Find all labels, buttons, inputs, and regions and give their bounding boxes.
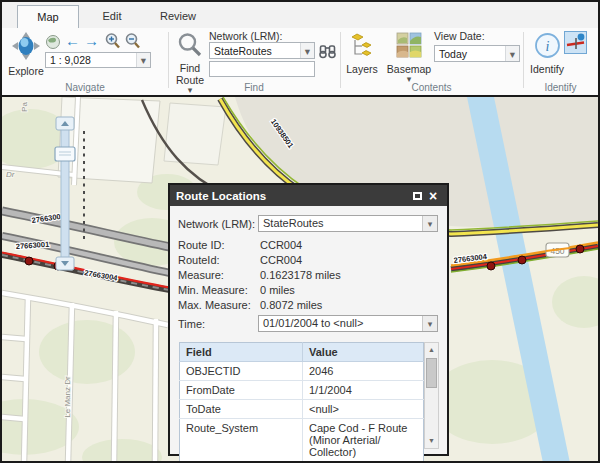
chevron-down-icon[interactable]: ▾ bbox=[505, 46, 519, 61]
column-header-field: Field bbox=[180, 343, 303, 362]
chevron-down-icon[interactable]: ▾ bbox=[422, 216, 437, 231]
field-label: Time: bbox=[178, 318, 205, 330]
group-label-navigate: Navigate bbox=[2, 82, 168, 93]
group-separator bbox=[340, 32, 341, 88]
basemap-tiles-icon bbox=[396, 32, 422, 63]
field-label: Max. Measure: bbox=[178, 299, 251, 311]
identify-route-location-tool-icon[interactable] bbox=[564, 31, 587, 54]
scroll-up-icon[interactable]: ▲ bbox=[425, 343, 438, 357]
tab-edit[interactable]: Edit bbox=[81, 5, 143, 28]
chevron-down-icon[interactable]: ▾ bbox=[300, 43, 314, 58]
ribbon: Explore ← → 1 : 9,028 bbox=[2, 28, 598, 95]
chevron-down-icon[interactable]: ▾ bbox=[136, 53, 150, 67]
view-date-label: View Date: bbox=[434, 30, 485, 42]
road-label: 27663001 bbox=[16, 240, 50, 251]
cell-field: OBJECTID bbox=[180, 362, 303, 381]
cell-field: FromDate bbox=[180, 381, 303, 400]
table-row[interactable]: FromDate 1/1/2004 bbox=[180, 381, 424, 400]
ribbon-tabstrip: Map Edit Review bbox=[2, 2, 598, 28]
group-label-find: Find bbox=[168, 82, 340, 93]
group-label-identify: Identify bbox=[523, 82, 598, 93]
cell-value: <null> bbox=[303, 400, 424, 419]
map-scale-combobox[interactable]: 1 : 9,028 ▾ bbox=[45, 52, 151, 68]
tab-map[interactable]: Map bbox=[17, 5, 79, 28]
cell-field: Route_System bbox=[180, 419, 303, 462]
basemap-button[interactable]: Basemap ▾ bbox=[388, 32, 430, 83]
field-value: 0.1623178 miles bbox=[260, 269, 341, 281]
dialog-titlebar[interactable]: Route Locations × bbox=[170, 185, 447, 206]
identify-button[interactable]: i Identify bbox=[529, 32, 565, 75]
map-scale-value: 1 : 9,028 bbox=[46, 54, 136, 66]
field-value: 0 miles bbox=[260, 284, 295, 296]
network-value: StateRoutes bbox=[259, 216, 422, 231]
street-label-le-manz-dr: Le Manz Dr bbox=[63, 376, 72, 418]
route-locations-dialog: Route Locations × Network (LRM): StateRo… bbox=[168, 183, 449, 456]
time-combobox[interactable]: 01/01/2004 to <null> ▾ bbox=[258, 315, 438, 332]
field-value: CCR004 bbox=[260, 239, 302, 251]
find-route-magnifier-icon bbox=[177, 32, 203, 62]
field-label: RouteId: bbox=[178, 254, 220, 266]
group-separator bbox=[523, 32, 524, 88]
identify-label: Identify bbox=[530, 63, 564, 75]
road-label: 27663004 bbox=[84, 268, 119, 283]
network-lrm-combobox[interactable]: StateRoutes ▾ bbox=[209, 42, 315, 59]
scrollbar-thumb[interactable] bbox=[426, 358, 437, 388]
time-value: 01/01/2004 to <null> bbox=[259, 316, 422, 331]
field-label: Min. Measure: bbox=[178, 284, 248, 296]
table-row[interactable]: ToDate <null> bbox=[180, 400, 424, 419]
next-extent-arrow-icon[interactable]: → bbox=[84, 34, 99, 48]
scroll-down-icon[interactable]: ▼ bbox=[425, 434, 438, 448]
field-label: Route ID: bbox=[178, 239, 224, 251]
layers-tree-icon bbox=[349, 32, 375, 63]
layers-label: Layers bbox=[346, 63, 378, 75]
table-scrollbar[interactable]: ▲ ▼ bbox=[424, 342, 439, 449]
zoom-in-icon[interactable] bbox=[104, 32, 122, 50]
network-lrm-label: Network (LRM): bbox=[209, 30, 283, 42]
layers-button[interactable]: Layers bbox=[345, 32, 379, 75]
map-view[interactable]: 450 27663001 27663001 27663004 10938501 … bbox=[2, 95, 598, 461]
tab-review[interactable]: Review bbox=[145, 5, 211, 28]
binoculars-icon[interactable] bbox=[319, 43, 336, 59]
view-date-value: Today bbox=[435, 48, 505, 60]
explore-label: Explore bbox=[8, 65, 44, 77]
table-header-row: Field Value bbox=[180, 343, 424, 362]
dialog-title: Route Locations bbox=[176, 190, 266, 202]
cell-value: Cape Cod - F Route (Minor Arterial/ Coll… bbox=[303, 419, 424, 462]
table-row[interactable]: Route_System Cape Cod - F Route (Minor A… bbox=[180, 419, 424, 462]
maximize-icon[interactable] bbox=[409, 190, 425, 202]
field-value: CCR004 bbox=[260, 254, 302, 266]
street-label-dr: Dr bbox=[6, 170, 15, 179]
field-label: Measure: bbox=[178, 269, 224, 281]
field-value: 0.8072 miles bbox=[260, 299, 322, 311]
svg-text:i: i bbox=[545, 39, 549, 54]
identify-info-icon: i bbox=[534, 32, 561, 63]
zoom-out-icon[interactable] bbox=[124, 32, 142, 50]
column-header-value: Value bbox=[303, 343, 424, 362]
route-value-field[interactable] bbox=[209, 61, 315, 77]
table-row[interactable]: OBJECTID 2046 bbox=[180, 362, 424, 381]
view-date-combobox[interactable]: Today ▾ bbox=[434, 45, 520, 62]
network-lrm-value: StateRoutes bbox=[210, 45, 300, 57]
explore-compass-icon bbox=[11, 31, 41, 65]
attributes-table: Field Value OBJECTID 2046 FromDate 1/1/2… bbox=[179, 342, 424, 461]
find-route-label-line1: Find bbox=[180, 62, 200, 74]
group-separator bbox=[168, 32, 169, 88]
network-combobox[interactable]: StateRoutes ▾ bbox=[258, 215, 438, 232]
cell-value: 1/1/2004 bbox=[303, 381, 424, 400]
chevron-down-icon[interactable]: ▾ bbox=[422, 316, 437, 331]
cell-value: 2046 bbox=[303, 362, 424, 381]
cell-field: ToDate bbox=[180, 400, 303, 419]
slider-thumb[interactable] bbox=[55, 147, 75, 161]
full-extent-globe-icon[interactable] bbox=[45, 34, 61, 50]
field-label: Network (LRM): bbox=[178, 218, 255, 230]
street-label-pa: Pa bbox=[20, 102, 29, 112]
close-icon[interactable]: × bbox=[425, 189, 441, 203]
group-label-contents: Contents bbox=[340, 82, 523, 93]
app-window: Map Edit Review Explore bbox=[0, 0, 600, 463]
explore-button[interactable]: Explore bbox=[6, 31, 46, 77]
previous-extent-arrow-icon[interactable]: ← bbox=[65, 34, 80, 48]
